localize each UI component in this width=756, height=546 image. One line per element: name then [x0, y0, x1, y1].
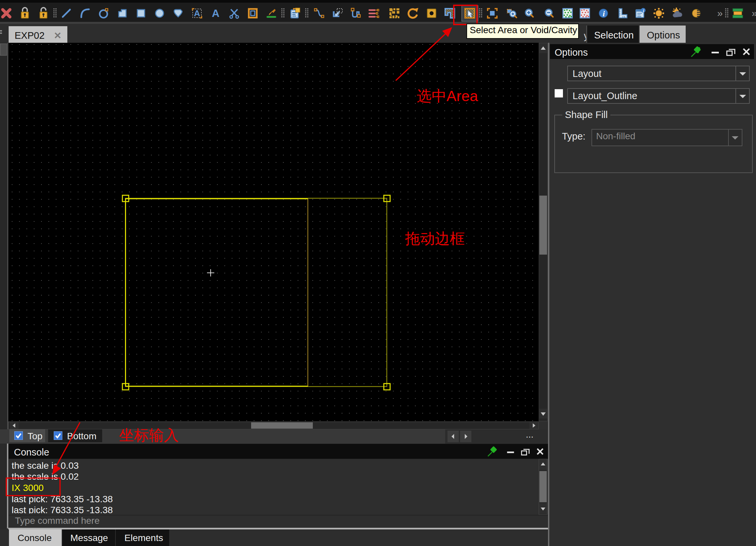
svg-text:»: »	[752, 8, 756, 19]
svg-text:i: i	[603, 9, 605, 18]
svg-text:A: A	[194, 8, 200, 18]
svg-text:i: i	[643, 8, 644, 13]
svg-text:A: A	[212, 7, 219, 19]
svg-text:»: »	[717, 8, 723, 19]
